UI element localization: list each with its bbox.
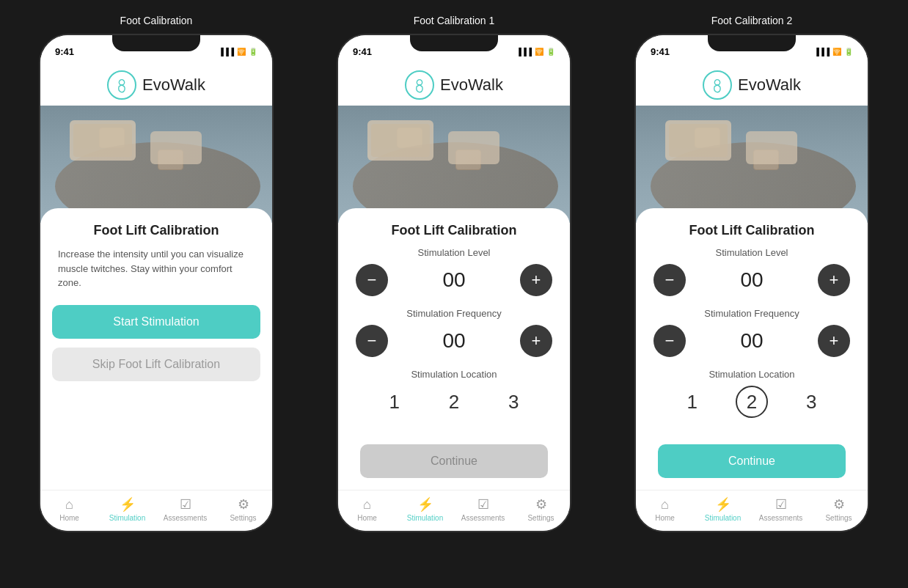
stimulation-frequency-value-3: 00 (730, 329, 774, 353)
content-panel-3: Foot Lift Calibration Stimulation Level … (636, 208, 868, 490)
nav-home-label-2: Home (357, 514, 377, 522)
svg-rect-3 (73, 124, 132, 157)
stimulation-frequency-stepper-2: − 00 + (350, 325, 558, 357)
location-1-option-2[interactable]: 1 (378, 386, 411, 418)
nav-settings-label-3: Settings (825, 514, 852, 522)
stimulation-level-increase-2[interactable]: + (520, 264, 552, 296)
svg-rect-13 (669, 124, 728, 157)
logo-icon-2 (411, 77, 428, 93)
leg-svg-1 (40, 106, 272, 223)
status-time-3: 9:41 (651, 46, 670, 57)
stimulation-frequency-row-2: Stimulation Frequency − 00 + (350, 308, 558, 357)
battery-icon-3: 🔋 (844, 48, 853, 56)
logo-circle-2 (405, 70, 434, 100)
nav-home-3[interactable]: ⌂ Home (643, 497, 687, 522)
app-header-3: EvoWalk (636, 65, 868, 106)
nav-assessments-label-2: Assessments (461, 514, 505, 522)
nav-stimulation-3[interactable]: ⚡ Stimulation (701, 496, 745, 522)
nav-settings-1[interactable]: ⚙ Settings (221, 496, 266, 522)
location-options-2: 1 2 3 (350, 386, 558, 418)
stimulation-level-label-3: Stimulation Level (716, 247, 788, 258)
stimulation-frequency-increase-3[interactable]: + (818, 325, 850, 357)
logo-circle-3 (703, 70, 732, 100)
stimulation-frequency-decrease-3[interactable]: − (653, 325, 686, 357)
nav-assessments-3[interactable]: ☑ Assessments (759, 496, 803, 522)
screen-title-3: Foot Calibration 2 (711, 15, 793, 26)
hero-bg-3 (636, 106, 868, 223)
nav-home-2[interactable]: ⌂ Home (345, 497, 389, 522)
nav-assessments-2[interactable]: ☑ Assessments (461, 496, 505, 522)
stimulation-level-label-2: Stimulation Level (418, 247, 491, 258)
app-name-1: EvoWalk (142, 76, 205, 95)
nav-assessments-label-3: Assessments (759, 514, 802, 522)
wifi-icon: 🛜 (237, 48, 246, 56)
skip-calibration-button[interactable]: Skip Foot Lift Calibration (52, 348, 260, 381)
stimulation-frequency-label-3: Stimulation Frequency (704, 308, 799, 319)
status-time-1: 9:41 (55, 46, 74, 57)
stimulation-frequency-increase-2[interactable]: + (520, 325, 552, 357)
home-icon-1: ⌂ (65, 497, 73, 512)
start-stimulation-button[interactable]: Start Stimulation (52, 305, 260, 339)
screen-title-2: Foot Calibration 1 (414, 15, 495, 26)
panel-title-2: Foot Lift Calibration (392, 223, 517, 238)
stimulation-level-row-2: Stimulation Level − 00 + (350, 247, 558, 296)
svg-rect-4 (150, 131, 202, 164)
assessments-icon-3: ☑ (775, 496, 787, 512)
screen-title-1: Foot Calibration (120, 15, 193, 26)
nav-stimulation-1[interactable]: ⚡ Stimulation (106, 496, 150, 522)
svg-rect-9 (448, 131, 499, 164)
stimulation-frequency-decrease-2[interactable]: − (356, 325, 388, 357)
nav-stimulation-label-1: Stimulation (109, 514, 145, 522)
notch-1 (112, 35, 200, 51)
battery-icon: 🔋 (249, 48, 257, 56)
location-2-option-2[interactable]: 2 (438, 386, 470, 418)
continue-button-3[interactable]: Continue (658, 444, 846, 478)
signal-icon: ▐▐▐ (219, 48, 234, 56)
stimulation-icon-1: ⚡ (120, 496, 136, 512)
logo-circle-1 (107, 70, 136, 100)
stimulation-level-decrease-2[interactable]: − (356, 264, 388, 296)
status-icons-3: ▐▐▐ 🛜 🔋 (814, 48, 853, 56)
nav-stimulation-label-3: Stimulation (705, 514, 741, 522)
phone-1: 9:41 ▐▐▐ 🛜 🔋 EvoWalk (39, 34, 274, 532)
nav-stimulation-2[interactable]: ⚡ Stimulation (403, 496, 447, 522)
continue-button-2[interactable]: Continue (360, 444, 548, 478)
location-3-option-3[interactable]: 3 (795, 386, 827, 418)
stimulation-level-decrease-3[interactable]: − (653, 264, 686, 296)
stimulation-location-label-2: Stimulation Location (411, 369, 497, 380)
stimulation-level-increase-3[interactable]: + (818, 264, 850, 296)
location-options-3: 1 2 3 (648, 386, 856, 418)
notch-3 (708, 35, 796, 51)
battery-icon-2: 🔋 (546, 48, 555, 56)
leg-svg-3 (636, 106, 868, 223)
svg-point-0 (119, 80, 124, 85)
nav-settings-label-2: Settings (527, 514, 554, 522)
stimulation-location-label-3: Stimulation Location (709, 369, 794, 380)
signal-icon-3: ▐▐▐ (814, 48, 830, 56)
hero-bg-2 (338, 106, 570, 223)
svg-rect-14 (746, 131, 797, 164)
location-1-option-3[interactable]: 1 (676, 386, 709, 418)
stimulation-level-stepper-3: − 00 + (648, 264, 856, 296)
phone-2: 9:41 ▐▐▐ 🛜 🔋 EvoWalk (337, 34, 571, 532)
assessments-icon-2: ☑ (477, 496, 489, 512)
app-header-1: EvoWalk (40, 65, 272, 106)
screen-section-2: Foot Calibration 1 9:41 ▐▐▐ 🛜 🔋 EvoWalk (305, 15, 603, 532)
nav-settings-3[interactable]: ⚙ Settings (817, 496, 861, 522)
status-icons-1: ▐▐▐ 🛜 🔋 (219, 48, 257, 56)
nav-assessments-label-1: Assessments (164, 514, 207, 522)
screen-section-1: Foot Calibration 9:41 ▐▐▐ 🛜 🔋 EvoWalk (7, 15, 305, 532)
nav-home-1[interactable]: ⌂ Home (48, 497, 92, 522)
stimulation-level-row-3: Stimulation Level − 00 + (648, 247, 856, 296)
location-2-option-3[interactable]: 2 (736, 386, 768, 418)
status-time-2: 9:41 (353, 46, 372, 57)
wifi-icon-2: 🛜 (535, 48, 543, 56)
nav-home-label-3: Home (655, 514, 675, 522)
stimulation-icon-2: ⚡ (417, 496, 433, 512)
panel-title-1: Foot Lift Calibration (94, 223, 219, 238)
nav-assessments-1[interactable]: ☑ Assessments (164, 496, 208, 522)
assessments-icon-1: ☑ (180, 496, 191, 512)
stimulation-frequency-value-2: 00 (432, 329, 476, 353)
nav-settings-2[interactable]: ⚙ Settings (519, 496, 563, 522)
location-3-option-2[interactable]: 3 (497, 386, 530, 418)
